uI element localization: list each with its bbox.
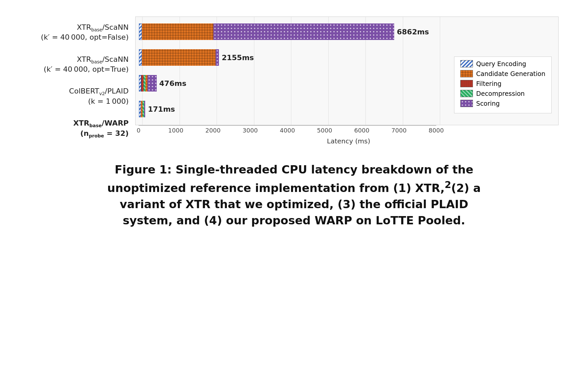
bar-segment-candidate-gen	[142, 49, 216, 66]
x-ticks: 010002000300040005000600070008000	[139, 125, 436, 135]
legend-item-filtering: Filtering	[460, 80, 545, 87]
x-tick-1: 1000	[168, 127, 184, 134]
y-axis-labels: XTRbase/ScaNN (k′ = 40 000, opt=False) X…	[29, 17, 135, 145]
x-tick-2: 2000	[205, 127, 221, 134]
bar-track-4: 171ms	[139, 101, 175, 117]
legend-item-scoring: Scoring	[460, 100, 545, 107]
bar-value-label-2: 2155ms	[222, 54, 254, 62]
x-tick-3: 3000	[243, 127, 258, 134]
legend-swatch-filtering	[460, 80, 473, 87]
y-label-3: ColBERTv2/PLAID (k = 1 000)	[29, 87, 129, 106]
figure-caption: Figure 1: Single-threaded CPU latency br…	[63, 162, 525, 229]
bar-value-label-3: 476ms	[159, 79, 187, 88]
bar-segment-scoring	[147, 75, 157, 92]
bar-segment-decompression	[144, 75, 146, 92]
bar-segment-query-encoding	[139, 23, 142, 40]
legend-swatch-candidate-gen	[460, 70, 473, 77]
legend-label-filtering: Filtering	[476, 80, 501, 87]
bar-segment-query-encoding	[139, 75, 141, 92]
legend-swatch-scoring	[460, 100, 473, 107]
bar-segment-query-encoding	[139, 49, 142, 66]
bar-track-1: 6862ms	[139, 23, 429, 40]
bars-section: 6862ms 2155ms 476ms 171ms Query Encoding…	[135, 17, 559, 125]
bar-row-1: 6862ms	[139, 22, 555, 42]
bar-track-2: 2155ms	[139, 49, 254, 66]
chart-area: 6862ms 2155ms 476ms 171ms Query Encoding…	[135, 17, 559, 145]
bar-segment-scoring	[216, 49, 219, 66]
legend-item-candidate-gen: Candidate Generation	[460, 70, 545, 77]
x-tick-4: 4000	[280, 127, 295, 134]
bar-track-3: 476ms	[139, 75, 187, 92]
x-tick-5: 5000	[317, 127, 332, 134]
bar-segment-candidate-gen	[142, 23, 213, 40]
x-tick-8: 8000	[429, 127, 444, 134]
x-axis: 010002000300040005000600070008000 Latenc…	[135, 125, 559, 145]
bar-segment-scoring	[144, 101, 145, 117]
legend-swatch-decompression	[460, 90, 473, 97]
bar-segment-filtering	[141, 75, 144, 92]
y-label-4: XTRbase/WARP (nprobe = 32)	[29, 119, 129, 139]
legend-swatch-query-encoding	[460, 60, 473, 67]
bar-segment-scoring	[213, 23, 394, 40]
bar-value-label-4: 171ms	[148, 105, 175, 113]
legend-label-candidate-gen: Candidate Generation	[476, 70, 545, 77]
legend-label-decompression: Decompression	[476, 90, 525, 97]
legend-label-scoring: Scoring	[476, 100, 500, 107]
legend: Query EncodingCandidate GenerationFilter…	[454, 56, 552, 113]
x-tick-0: 0	[137, 127, 140, 134]
y-label-1: XTRbase/ScaNN (k′ = 40 000, opt=False)	[29, 23, 129, 42]
y-label-2: XTRbase/ScaNN (k′ = 40 000, opt=True)	[29, 55, 129, 74]
legend-label-query-encoding: Query Encoding	[476, 60, 526, 67]
x-tick-7: 7000	[392, 127, 407, 134]
x-tick-6: 6000	[354, 127, 369, 134]
legend-item-decompression: Decompression	[460, 90, 545, 97]
x-axis-label: Latency (ms)	[139, 137, 559, 145]
chart-container: XTRbase/ScaNN (k′ = 40 000, opt=False) X…	[29, 17, 559, 145]
legend-item-query-encoding: Query Encoding	[460, 60, 545, 67]
bar-value-label-1: 6862ms	[397, 28, 429, 36]
